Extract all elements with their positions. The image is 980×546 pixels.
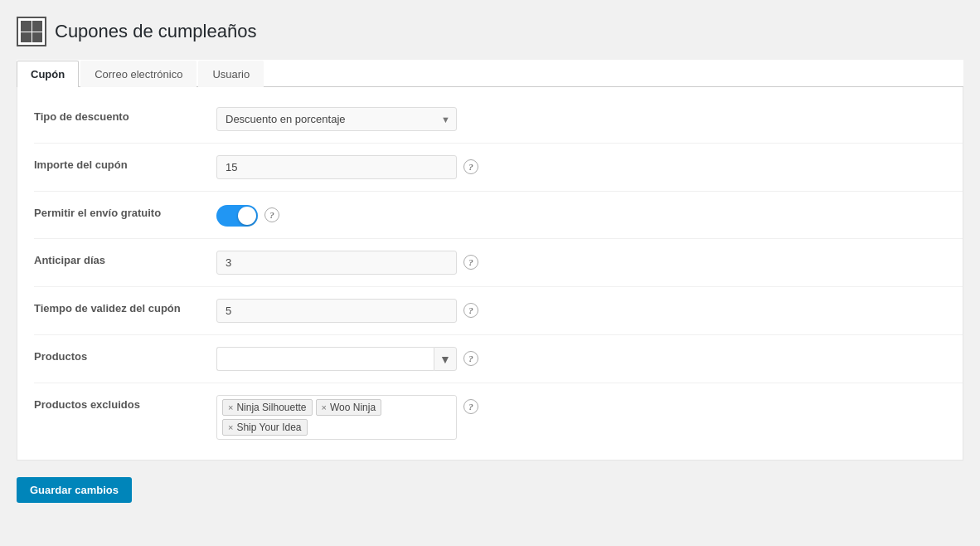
- form-card: Tipo de descuento Descuento en porcentaj…: [17, 87, 963, 461]
- coupon-amount-label: Importe del cupón: [34, 155, 216, 171]
- excluded-products-help-icon[interactable]: ?: [463, 399, 478, 414]
- free-shipping-toggle-wrap: [216, 205, 258, 227]
- products-control: ▼ ?: [216, 347, 946, 371]
- anticipate-days-control: ?: [216, 251, 946, 275]
- tag-label: Woo Ninja: [330, 402, 376, 413]
- tab-coupon[interactable]: Cupón: [17, 61, 79, 87]
- tag-remove-icon[interactable]: ×: [322, 402, 327, 412]
- validity-time-label: Tiempo de validez del cupón: [34, 299, 216, 314]
- coupon-amount-control: ?: [216, 155, 946, 179]
- anticipate-days-input[interactable]: [216, 251, 457, 275]
- excluded-products-inner-input[interactable]: [311, 419, 435, 436]
- validity-time-row: Tiempo de validez del cupón ?: [34, 287, 963, 335]
- discount-type-select-wrap: Descuento en porcentajeDescuento fijoDes…: [216, 107, 457, 131]
- form-section: Tipo de descuento Descuento en porcentaj…: [17, 87, 963, 460]
- products-help-icon[interactable]: ?: [463, 351, 478, 366]
- anticipate-days-help-icon[interactable]: ?: [463, 255, 478, 270]
- free-shipping-label: Permitir el envío gratuito: [34, 203, 216, 219]
- validity-time-help-icon[interactable]: ?: [463, 303, 478, 318]
- validity-time-control: ?: [216, 299, 946, 323]
- validity-time-input[interactable]: [216, 299, 457, 323]
- excluded-products-row: Productos excluidos × Ninja Silhouette ×…: [34, 383, 963, 451]
- page-header: Cupones de cumpleaños: [17, 17, 963, 46]
- anticipate-days-row: Anticipar días ?: [34, 239, 963, 287]
- free-shipping-toggle[interactable]: [216, 205, 258, 227]
- products-label: Productos: [34, 347, 216, 363]
- free-shipping-row: Permitir el envío gratuito ?: [34, 192, 963, 239]
- products-input[interactable]: [216, 347, 434, 371]
- tab-email[interactable]: Correo electrónico: [80, 61, 196, 87]
- products-row: Productos ▼ ?: [34, 335, 963, 383]
- free-shipping-control: ?: [216, 203, 946, 227]
- excluded-products-control: × Ninja Silhouette × Woo Ninja × Ship Yo…: [216, 395, 946, 440]
- discount-type-control: Descuento en porcentajeDescuento fijoDes…: [216, 107, 946, 131]
- tag-remove-icon[interactable]: ×: [228, 422, 233, 432]
- excluded-products-tags-input[interactable]: × Ninja Silhouette × Woo Ninja × Ship Yo…: [216, 395, 457, 440]
- discount-type-select[interactable]: Descuento en porcentajeDescuento fijoDes…: [216, 107, 457, 131]
- coupon-amount-row: Importe del cupón ?: [34, 144, 963, 192]
- page-icon: [17, 17, 46, 46]
- products-dropdown-btn[interactable]: ▼: [434, 347, 457, 371]
- toggle-knob: [238, 207, 256, 225]
- tag-label: Ship Your Idea: [236, 422, 301, 433]
- products-input-wrap: ▼: [216, 347, 457, 371]
- free-shipping-help-icon[interactable]: ?: [264, 207, 279, 222]
- tag-remove-icon[interactable]: ×: [228, 402, 233, 412]
- tab-user[interactable]: Usuario: [198, 61, 264, 87]
- tag-label: Ninja Silhouette: [236, 402, 306, 413]
- tag-woo-ninja: × Woo Ninja: [316, 399, 382, 416]
- anticipate-days-label: Anticipar días: [34, 251, 216, 266]
- save-button[interactable]: Guardar cambios: [17, 477, 132, 503]
- discount-type-row: Tipo de descuento Descuento en porcentaj…: [34, 95, 963, 144]
- excluded-products-label: Productos excluidos: [34, 395, 216, 411]
- page-title: Cupones de cumpleaños: [55, 21, 256, 42]
- discount-type-label: Tipo de descuento: [34, 107, 216, 123]
- tag-ninja-silhouette: × Ninja Silhouette: [222, 399, 313, 416]
- tag-ship-your-idea: × Ship Your Idea: [222, 419, 308, 436]
- coupon-amount-input[interactable]: [216, 155, 457, 179]
- tab-bar: Cupón Correo electrónico Usuario: [17, 60, 963, 87]
- coupon-amount-help-icon[interactable]: ?: [463, 159, 478, 174]
